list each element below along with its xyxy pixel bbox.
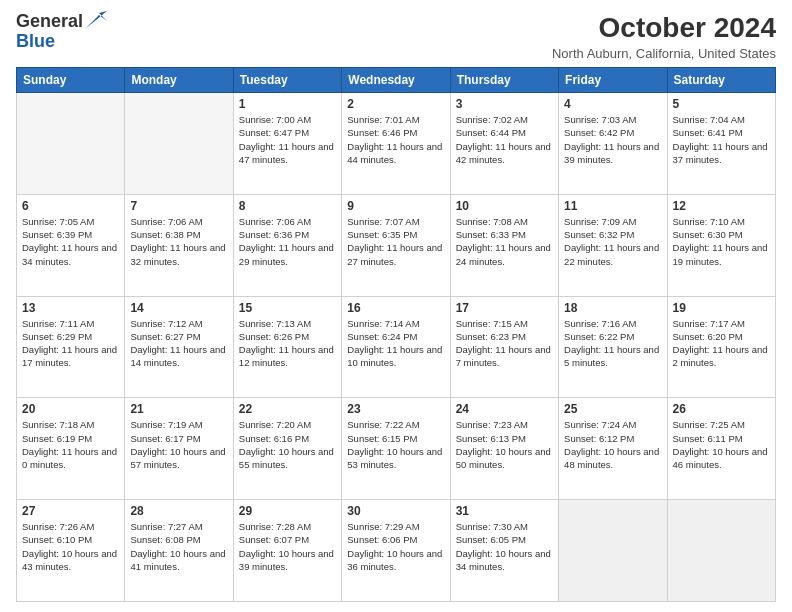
calendar-cell: 7Sunrise: 7:06 AMSunset: 6:38 PMDaylight… [125,194,233,296]
day-number: 13 [22,301,119,315]
header: General Blue October 2024 North Auburn, … [16,12,776,61]
day-info: Sunrise: 7:05 AMSunset: 6:39 PMDaylight:… [22,215,119,268]
day-info: Sunrise: 7:29 AMSunset: 6:06 PMDaylight:… [347,520,444,573]
month-title: October 2024 [552,12,776,44]
day-info: Sunrise: 7:02 AMSunset: 6:44 PMDaylight:… [456,113,553,166]
day-number: 25 [564,402,661,416]
day-info: Sunrise: 7:08 AMSunset: 6:33 PMDaylight:… [456,215,553,268]
page: General Blue October 2024 North Auburn, … [0,0,792,612]
day-number: 26 [673,402,770,416]
day-info: Sunrise: 7:07 AMSunset: 6:35 PMDaylight:… [347,215,444,268]
calendar-cell [17,93,125,195]
calendar-cell: 22Sunrise: 7:20 AMSunset: 6:16 PMDayligh… [233,398,341,500]
day-number: 6 [22,199,119,213]
title-area: October 2024 North Auburn, California, U… [552,12,776,61]
day-number: 29 [239,504,336,518]
day-info: Sunrise: 7:01 AMSunset: 6:46 PMDaylight:… [347,113,444,166]
day-number: 18 [564,301,661,315]
day-info: Sunrise: 7:26 AMSunset: 6:10 PMDaylight:… [22,520,119,573]
calendar-week-5: 27Sunrise: 7:26 AMSunset: 6:10 PMDayligh… [17,500,776,602]
day-number: 20 [22,402,119,416]
day-number: 15 [239,301,336,315]
calendar-cell: 31Sunrise: 7:30 AMSunset: 6:05 PMDayligh… [450,500,558,602]
day-info: Sunrise: 7:27 AMSunset: 6:08 PMDaylight:… [130,520,227,573]
day-info: Sunrise: 7:12 AMSunset: 6:27 PMDaylight:… [130,317,227,370]
day-number: 30 [347,504,444,518]
calendar-cell: 16Sunrise: 7:14 AMSunset: 6:24 PMDayligh… [342,296,450,398]
calendar-body: 1Sunrise: 7:00 AMSunset: 6:47 PMDaylight… [17,93,776,602]
day-number: 17 [456,301,553,315]
day-number: 24 [456,402,553,416]
calendar-header-wednesday: Wednesday [342,68,450,93]
day-number: 23 [347,402,444,416]
calendar-cell: 3Sunrise: 7:02 AMSunset: 6:44 PMDaylight… [450,93,558,195]
calendar-week-4: 20Sunrise: 7:18 AMSunset: 6:19 PMDayligh… [17,398,776,500]
calendar-cell: 10Sunrise: 7:08 AMSunset: 6:33 PMDayligh… [450,194,558,296]
day-number: 1 [239,97,336,111]
day-info: Sunrise: 7:00 AMSunset: 6:47 PMDaylight:… [239,113,336,166]
day-number: 19 [673,301,770,315]
calendar-cell: 14Sunrise: 7:12 AMSunset: 6:27 PMDayligh… [125,296,233,398]
calendar-cell: 24Sunrise: 7:23 AMSunset: 6:13 PMDayligh… [450,398,558,500]
calendar-cell: 21Sunrise: 7:19 AMSunset: 6:17 PMDayligh… [125,398,233,500]
day-info: Sunrise: 7:22 AMSunset: 6:15 PMDaylight:… [347,418,444,471]
logo-general-text: General [16,12,83,32]
day-info: Sunrise: 7:25 AMSunset: 6:11 PMDaylight:… [673,418,770,471]
day-info: Sunrise: 7:10 AMSunset: 6:30 PMDaylight:… [673,215,770,268]
calendar-cell: 30Sunrise: 7:29 AMSunset: 6:06 PMDayligh… [342,500,450,602]
day-number: 12 [673,199,770,213]
day-number: 2 [347,97,444,111]
calendar-cell: 12Sunrise: 7:10 AMSunset: 6:30 PMDayligh… [667,194,775,296]
day-number: 22 [239,402,336,416]
day-info: Sunrise: 7:06 AMSunset: 6:38 PMDaylight:… [130,215,227,268]
calendar-header-monday: Monday [125,68,233,93]
calendar-cell: 23Sunrise: 7:22 AMSunset: 6:15 PMDayligh… [342,398,450,500]
day-number: 21 [130,402,227,416]
day-number: 16 [347,301,444,315]
logo-bird-icon [85,11,107,29]
day-info: Sunrise: 7:20 AMSunset: 6:16 PMDaylight:… [239,418,336,471]
location: North Auburn, California, United States [552,46,776,61]
day-info: Sunrise: 7:19 AMSunset: 6:17 PMDaylight:… [130,418,227,471]
calendar-cell [125,93,233,195]
day-number: 7 [130,199,227,213]
calendar-cell: 26Sunrise: 7:25 AMSunset: 6:11 PMDayligh… [667,398,775,500]
calendar-cell: 1Sunrise: 7:00 AMSunset: 6:47 PMDaylight… [233,93,341,195]
calendar-cell: 20Sunrise: 7:18 AMSunset: 6:19 PMDayligh… [17,398,125,500]
day-info: Sunrise: 7:04 AMSunset: 6:41 PMDaylight:… [673,113,770,166]
day-number: 27 [22,504,119,518]
calendar-cell: 9Sunrise: 7:07 AMSunset: 6:35 PMDaylight… [342,194,450,296]
calendar-cell: 13Sunrise: 7:11 AMSunset: 6:29 PMDayligh… [17,296,125,398]
calendar-cell: 4Sunrise: 7:03 AMSunset: 6:42 PMDaylight… [559,93,667,195]
day-number: 9 [347,199,444,213]
calendar-cell: 11Sunrise: 7:09 AMSunset: 6:32 PMDayligh… [559,194,667,296]
day-number: 28 [130,504,227,518]
calendar-cell [667,500,775,602]
calendar-cell: 27Sunrise: 7:26 AMSunset: 6:10 PMDayligh… [17,500,125,602]
day-number: 14 [130,301,227,315]
calendar-cell: 25Sunrise: 7:24 AMSunset: 6:12 PMDayligh… [559,398,667,500]
day-number: 5 [673,97,770,111]
day-info: Sunrise: 7:16 AMSunset: 6:22 PMDaylight:… [564,317,661,370]
calendar-cell: 15Sunrise: 7:13 AMSunset: 6:26 PMDayligh… [233,296,341,398]
svg-marker-0 [85,11,107,29]
calendar-cell: 6Sunrise: 7:05 AMSunset: 6:39 PMDaylight… [17,194,125,296]
day-info: Sunrise: 7:11 AMSunset: 6:29 PMDaylight:… [22,317,119,370]
day-info: Sunrise: 7:24 AMSunset: 6:12 PMDaylight:… [564,418,661,471]
day-info: Sunrise: 7:15 AMSunset: 6:23 PMDaylight:… [456,317,553,370]
calendar-header-thursday: Thursday [450,68,558,93]
calendar-cell [559,500,667,602]
calendar-cell: 2Sunrise: 7:01 AMSunset: 6:46 PMDaylight… [342,93,450,195]
calendar-cell: 5Sunrise: 7:04 AMSunset: 6:41 PMDaylight… [667,93,775,195]
calendar-cell: 17Sunrise: 7:15 AMSunset: 6:23 PMDayligh… [450,296,558,398]
day-info: Sunrise: 7:30 AMSunset: 6:05 PMDaylight:… [456,520,553,573]
day-info: Sunrise: 7:17 AMSunset: 6:20 PMDaylight:… [673,317,770,370]
day-info: Sunrise: 7:03 AMSunset: 6:42 PMDaylight:… [564,113,661,166]
day-number: 11 [564,199,661,213]
logo: General Blue [16,12,107,52]
day-info: Sunrise: 7:28 AMSunset: 6:07 PMDaylight:… [239,520,336,573]
day-number: 4 [564,97,661,111]
day-info: Sunrise: 7:18 AMSunset: 6:19 PMDaylight:… [22,418,119,471]
day-info: Sunrise: 7:23 AMSunset: 6:13 PMDaylight:… [456,418,553,471]
calendar-week-3: 13Sunrise: 7:11 AMSunset: 6:29 PMDayligh… [17,296,776,398]
